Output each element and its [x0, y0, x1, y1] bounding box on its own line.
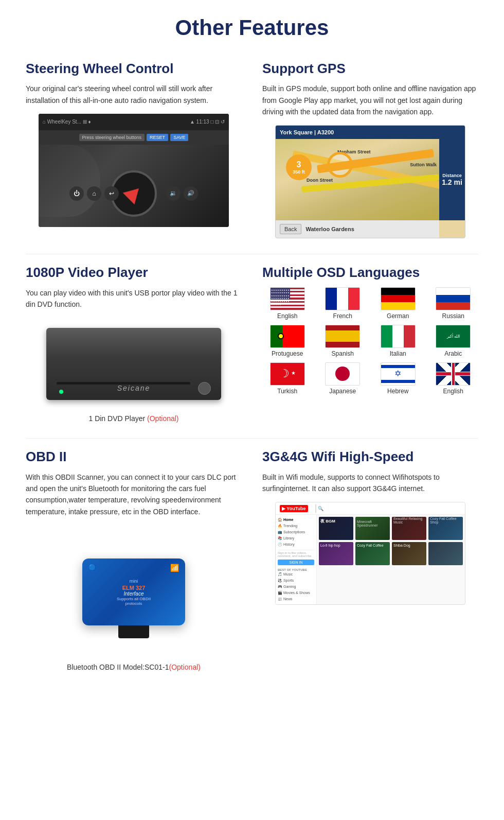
ru-blue [436, 295, 470, 302]
back-icon[interactable]: ↩ [104, 186, 119, 201]
dvd-brand-label: Seicane [46, 384, 221, 392]
wifi-desc: Built in Wifi module, supports to connec… [262, 472, 478, 495]
obd-interface-label: Interface [108, 591, 159, 597]
lang-italian-label: Italian [390, 350, 406, 357]
de-red [381, 295, 415, 302]
youtube-header: ▶ YouTube 🔍 [276, 502, 465, 515]
yt-thumb-3[interactable]: Beautiful Relaxing Music [392, 517, 426, 540]
obd-bluetooth-icon: 🔵 [88, 564, 96, 571]
vol-up-icon[interactable]: 🔊 [184, 186, 198, 201]
es-red1 [326, 325, 359, 331]
tr-crescent: ☽ [279, 368, 290, 379]
flag-de [381, 287, 416, 310]
vol-down-icon[interactable]: 🔉 [166, 186, 181, 201]
obd-protocols-label: Supports all OBDII protocols [108, 597, 159, 606]
sa-text: الله أكبر [447, 334, 460, 339]
steering-arrow [123, 183, 145, 204]
yt-thumb-1[interactable]: 夜 BGM [319, 517, 353, 540]
pt-shield [278, 333, 284, 339]
gps-back-button[interactable]: Back [280, 224, 301, 234]
youtube-screenshot: ▶ YouTube 🔍 🏠 Home 🔥 Trending 📺 Subscrip… [275, 502, 465, 605]
yt-thumb-4-sub: Cozy Fall Coffee Shop [428, 517, 463, 524]
yt-thumb-7[interactable]: Shiba Dog [392, 542, 426, 565]
obd-desc: With this OBDII Scanner, you can connect… [26, 472, 242, 518]
gps-number: 3 [297, 160, 301, 169]
yt-trending[interactable]: 🔥 Trending [278, 523, 314, 529]
yt-home[interactable]: 🏠 Home [278, 517, 314, 523]
lang-russian-label: Russian [442, 312, 464, 320]
save-btn[interactable]: SAVE [170, 134, 188, 141]
yt-thumb-4[interactable]: Cozy Fall Coffee Shop [428, 517, 463, 540]
obd-caption: Bluetooth OBD II Model:SC01-1(Optional) [67, 663, 201, 671]
lang-turkish-label: Turkish [277, 388, 297, 395]
obd-device-image: mini ELM 327 Interface Supports all OBDI… [69, 535, 198, 649]
yt-history[interactable]: 🕐 History [278, 542, 314, 548]
gps-map-image: York Square | A3200 3 350 ft Mepham Stre… [275, 125, 465, 238]
yt-subscriptions[interactable]: 📺 Subscriptions [278, 529, 314, 535]
flag-pt [270, 325, 305, 348]
youtube-image-wrapper: ▶ YouTube 🔍 🏠 Home 🔥 Trending 📺 Subscrip… [262, 502, 478, 605]
osd-feature: Multiple OSD Languages [252, 254, 489, 438]
lang-spanish-label: Spanish [332, 350, 354, 357]
search-icon[interactable]: 🔍 [318, 506, 323, 511]
jp-circle [335, 367, 350, 381]
video-desc: You can play video with this unit's USB … [26, 287, 242, 310]
home-icon[interactable]: ⌂ [87, 186, 101, 201]
wifi-feature: 3G&4G Wifi High-Speed Built in Wifi modu… [252, 439, 489, 687]
es-red2 [326, 342, 359, 347]
obd-connector [118, 625, 149, 638]
flag-es [325, 325, 360, 348]
lang-portuguese-label: Protuguese [272, 350, 303, 357]
gps-feet: 350 ft [293, 169, 305, 175]
dvd-sheen [46, 328, 221, 357]
gps-distance-circle: 3 350 ft [286, 154, 312, 180]
yt-gaming[interactable]: 🎮 Gaming [278, 584, 314, 590]
dvd-caption-text: 1 Din DVD Player [88, 414, 147, 423]
lang-arabic-label: Arabic [444, 350, 462, 357]
gb-cross-h [436, 372, 470, 376]
lang-italian: Italian [373, 325, 423, 357]
gps-feature: Support GPS Built in GPS module, support… [252, 50, 489, 254]
yt-news[interactable]: 📰 News [278, 596, 314, 602]
steering-title: Steering Wheel Control [26, 61, 242, 77]
dvd-player-image: Seicane [46, 328, 221, 400]
flag-gb [436, 362, 471, 386]
reset-btn[interactable]: RESET [147, 134, 168, 141]
yt-library[interactable]: 📚 Library [278, 535, 314, 542]
lang-french-label: French [333, 312, 352, 320]
yt-thumb-2[interactable]: Minecraft Speedrunner [355, 517, 390, 540]
car-interior [39, 145, 100, 217]
dvd-eject-button[interactable] [198, 382, 211, 395]
youtube-search-area: 🔍 [315, 504, 323, 513]
obd-image-wrapper: mini ELM 327 Interface Supports all OBDI… [26, 525, 242, 671]
lang-turkish: ☽ ★ Turkish [262, 362, 313, 395]
youtube-searchbar[interactable] [315, 504, 316, 513]
yt-thumb-6[interactable]: Cozy Fall Coffee [355, 542, 390, 565]
lang-german-label: German [387, 312, 409, 320]
dvd-optional-text: (Optional) [147, 414, 178, 423]
youtube-content: 夜 BGM Minecraft Speedrunner Beautiful Re… [317, 515, 465, 604]
youtube-thumbnails-row2: Lo-fi hip hop Cozy Fall Coffee Shiba Dog [319, 542, 463, 565]
it-white [392, 325, 404, 347]
pt-red [282, 325, 304, 347]
page-title: Other Features [0, 0, 504, 50]
dvd-led [59, 390, 63, 394]
ui-bar-label: ⌂ WheelKey St... ⊞ ♦ [43, 119, 91, 125]
dvd-caption: 1 Din DVD Player (Optional) [88, 414, 178, 423]
yt-thumb-8[interactable] [428, 542, 463, 565]
fr-blue [326, 288, 337, 310]
yt-sports[interactable]: ⚽ Sports [278, 578, 314, 584]
power-icon[interactable]: ⏻ [69, 186, 84, 201]
yt-signin-btn[interactable]: SIGN IN [278, 560, 314, 565]
steering-image: ⌂ WheelKey St... ⊞ ♦ ▲ 11:13 □ ⊡ ↺ Press… [39, 114, 229, 227]
stripe-13 [271, 308, 304, 309]
yt-thumb-2-sub: Minecraft Speedrunner [355, 520, 390, 527]
il-bar-top [381, 365, 415, 368]
lang-portuguese: Protuguese [262, 325, 313, 357]
youtube-body: 🏠 Home 🔥 Trending 📺 Subscriptions 📚 Libr… [276, 515, 465, 604]
yt-movies[interactable]: 🎬 Movies & Shows [278, 590, 314, 596]
yt-music[interactable]: 🎵 Music [278, 571, 314, 578]
yt-thumb-5[interactable]: Lo-fi hip hop [319, 542, 353, 565]
flag-fr [325, 287, 360, 310]
gps-footer: Back Waterloo Gardens [276, 220, 439, 238]
